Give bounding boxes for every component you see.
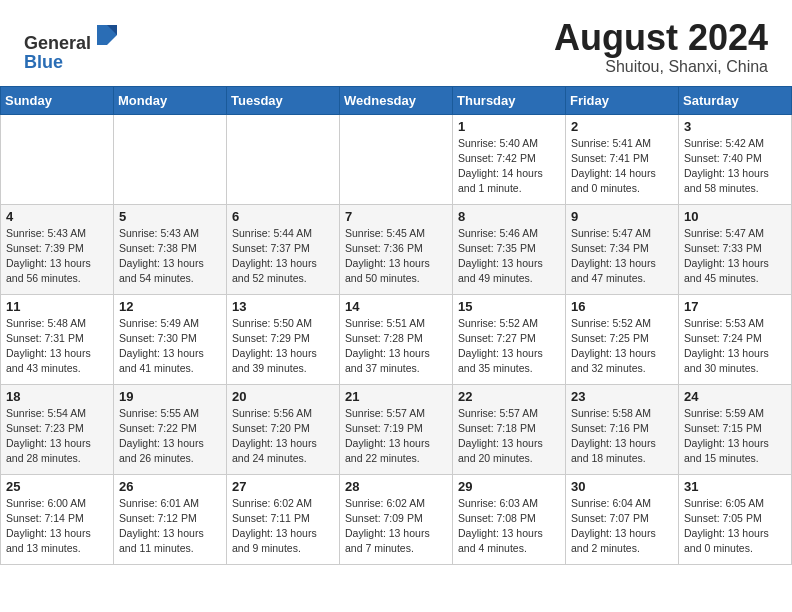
- calendar-week-row: 4Sunrise: 5:43 AM Sunset: 7:39 PM Daylig…: [1, 204, 792, 294]
- day-header-wednesday: Wednesday: [340, 86, 453, 114]
- calendar-cell: 30Sunrise: 6:04 AM Sunset: 7:07 PM Dayli…: [566, 474, 679, 564]
- day-number: 29: [458, 479, 560, 494]
- calendar: SundayMondayTuesdayWednesdayThursdayFrid…: [0, 86, 792, 565]
- day-info: Sunrise: 6:05 AM Sunset: 7:05 PM Dayligh…: [684, 496, 786, 557]
- day-info: Sunrise: 5:52 AM Sunset: 7:27 PM Dayligh…: [458, 316, 560, 377]
- calendar-cell: 21Sunrise: 5:57 AM Sunset: 7:19 PM Dayli…: [340, 384, 453, 474]
- day-info: Sunrise: 5:51 AM Sunset: 7:28 PM Dayligh…: [345, 316, 447, 377]
- logo-blue: Blue: [24, 52, 63, 72]
- calendar-cell: 28Sunrise: 6:02 AM Sunset: 7:09 PM Dayli…: [340, 474, 453, 564]
- day-header-tuesday: Tuesday: [227, 86, 340, 114]
- calendar-cell: 25Sunrise: 6:00 AM Sunset: 7:14 PM Dayli…: [1, 474, 114, 564]
- day-info: Sunrise: 5:42 AM Sunset: 7:40 PM Dayligh…: [684, 136, 786, 197]
- day-number: 10: [684, 209, 786, 224]
- calendar-week-row: 18Sunrise: 5:54 AM Sunset: 7:23 PM Dayli…: [1, 384, 792, 474]
- day-info: Sunrise: 5:58 AM Sunset: 7:16 PM Dayligh…: [571, 406, 673, 467]
- day-number: 17: [684, 299, 786, 314]
- day-info: Sunrise: 5:48 AM Sunset: 7:31 PM Dayligh…: [6, 316, 108, 377]
- day-info: Sunrise: 5:43 AM Sunset: 7:39 PM Dayligh…: [6, 226, 108, 287]
- calendar-cell: 5Sunrise: 5:43 AM Sunset: 7:38 PM Daylig…: [114, 204, 227, 294]
- calendar-cell: 26Sunrise: 6:01 AM Sunset: 7:12 PM Dayli…: [114, 474, 227, 564]
- day-number: 19: [119, 389, 221, 404]
- day-number: 31: [684, 479, 786, 494]
- day-header-sunday: Sunday: [1, 86, 114, 114]
- day-number: 16: [571, 299, 673, 314]
- calendar-cell: [340, 114, 453, 204]
- day-number: 7: [345, 209, 447, 224]
- day-info: Sunrise: 5:47 AM Sunset: 7:34 PM Dayligh…: [571, 226, 673, 287]
- day-info: Sunrise: 5:56 AM Sunset: 7:20 PM Dayligh…: [232, 406, 334, 467]
- day-number: 28: [345, 479, 447, 494]
- day-header-friday: Friday: [566, 86, 679, 114]
- day-info: Sunrise: 6:01 AM Sunset: 7:12 PM Dayligh…: [119, 496, 221, 557]
- day-number: 26: [119, 479, 221, 494]
- day-number: 20: [232, 389, 334, 404]
- calendar-week-row: 1Sunrise: 5:40 AM Sunset: 7:42 PM Daylig…: [1, 114, 792, 204]
- calendar-cell: 12Sunrise: 5:49 AM Sunset: 7:30 PM Dayli…: [114, 294, 227, 384]
- calendar-cell: 27Sunrise: 6:02 AM Sunset: 7:11 PM Dayli…: [227, 474, 340, 564]
- calendar-cell: 19Sunrise: 5:55 AM Sunset: 7:22 PM Dayli…: [114, 384, 227, 474]
- day-info: Sunrise: 5:43 AM Sunset: 7:38 PM Dayligh…: [119, 226, 221, 287]
- calendar-cell: 17Sunrise: 5:53 AM Sunset: 7:24 PM Dayli…: [679, 294, 792, 384]
- day-number: 21: [345, 389, 447, 404]
- logo-general: General: [24, 33, 91, 53]
- day-number: 24: [684, 389, 786, 404]
- day-info: Sunrise: 5:45 AM Sunset: 7:36 PM Dayligh…: [345, 226, 447, 287]
- calendar-cell: 16Sunrise: 5:52 AM Sunset: 7:25 PM Dayli…: [566, 294, 679, 384]
- day-info: Sunrise: 5:40 AM Sunset: 7:42 PM Dayligh…: [458, 136, 560, 197]
- calendar-cell: 18Sunrise: 5:54 AM Sunset: 7:23 PM Dayli…: [1, 384, 114, 474]
- day-info: Sunrise: 5:55 AM Sunset: 7:22 PM Dayligh…: [119, 406, 221, 467]
- calendar-cell: 13Sunrise: 5:50 AM Sunset: 7:29 PM Dayli…: [227, 294, 340, 384]
- calendar-cell: 31Sunrise: 6:05 AM Sunset: 7:05 PM Dayli…: [679, 474, 792, 564]
- calendar-cell: 9Sunrise: 5:47 AM Sunset: 7:34 PM Daylig…: [566, 204, 679, 294]
- day-info: Sunrise: 5:59 AM Sunset: 7:15 PM Dayligh…: [684, 406, 786, 467]
- calendar-cell: [1, 114, 114, 204]
- month-year: August 2024: [554, 18, 768, 58]
- day-number: 4: [6, 209, 108, 224]
- day-number: 1: [458, 119, 560, 134]
- logo-text: General Blue: [24, 21, 121, 74]
- day-info: Sunrise: 5:57 AM Sunset: 7:18 PM Dayligh…: [458, 406, 560, 467]
- day-header-thursday: Thursday: [453, 86, 566, 114]
- day-info: Sunrise: 5:49 AM Sunset: 7:30 PM Dayligh…: [119, 316, 221, 377]
- day-info: Sunrise: 5:46 AM Sunset: 7:35 PM Dayligh…: [458, 226, 560, 287]
- logo: General Blue: [24, 21, 121, 74]
- calendar-cell: 15Sunrise: 5:52 AM Sunset: 7:27 PM Dayli…: [453, 294, 566, 384]
- calendar-week-row: 25Sunrise: 6:00 AM Sunset: 7:14 PM Dayli…: [1, 474, 792, 564]
- calendar-cell: 29Sunrise: 6:03 AM Sunset: 7:08 PM Dayli…: [453, 474, 566, 564]
- header: General Blue August 2024 Shuitou, Shanxi…: [0, 0, 792, 86]
- day-info: Sunrise: 6:00 AM Sunset: 7:14 PM Dayligh…: [6, 496, 108, 557]
- day-number: 25: [6, 479, 108, 494]
- day-info: Sunrise: 5:52 AM Sunset: 7:25 PM Dayligh…: [571, 316, 673, 377]
- calendar-week-row: 11Sunrise: 5:48 AM Sunset: 7:31 PM Dayli…: [1, 294, 792, 384]
- day-number: 14: [345, 299, 447, 314]
- calendar-cell: 7Sunrise: 5:45 AM Sunset: 7:36 PM Daylig…: [340, 204, 453, 294]
- calendar-cell: 10Sunrise: 5:47 AM Sunset: 7:33 PM Dayli…: [679, 204, 792, 294]
- calendar-cell: 3Sunrise: 5:42 AM Sunset: 7:40 PM Daylig…: [679, 114, 792, 204]
- day-number: 8: [458, 209, 560, 224]
- calendar-cell: 8Sunrise: 5:46 AM Sunset: 7:35 PM Daylig…: [453, 204, 566, 294]
- calendar-cell: 24Sunrise: 5:59 AM Sunset: 7:15 PM Dayli…: [679, 384, 792, 474]
- day-number: 5: [119, 209, 221, 224]
- day-info: Sunrise: 6:04 AM Sunset: 7:07 PM Dayligh…: [571, 496, 673, 557]
- day-number: 15: [458, 299, 560, 314]
- calendar-cell: 11Sunrise: 5:48 AM Sunset: 7:31 PM Dayli…: [1, 294, 114, 384]
- day-info: Sunrise: 6:02 AM Sunset: 7:11 PM Dayligh…: [232, 496, 334, 557]
- day-number: 11: [6, 299, 108, 314]
- day-number: 12: [119, 299, 221, 314]
- day-number: 30: [571, 479, 673, 494]
- calendar-header-row: SundayMondayTuesdayWednesdayThursdayFrid…: [1, 86, 792, 114]
- calendar-cell: 20Sunrise: 5:56 AM Sunset: 7:20 PM Dayli…: [227, 384, 340, 474]
- day-header-saturday: Saturday: [679, 86, 792, 114]
- day-number: 3: [684, 119, 786, 134]
- title-block: August 2024 Shuitou, Shanxi, China: [554, 18, 768, 76]
- calendar-cell: [227, 114, 340, 204]
- calendar-cell: 1Sunrise: 5:40 AM Sunset: 7:42 PM Daylig…: [453, 114, 566, 204]
- day-info: Sunrise: 5:53 AM Sunset: 7:24 PM Dayligh…: [684, 316, 786, 377]
- day-number: 6: [232, 209, 334, 224]
- day-number: 23: [571, 389, 673, 404]
- day-number: 13: [232, 299, 334, 314]
- calendar-cell: 22Sunrise: 5:57 AM Sunset: 7:18 PM Dayli…: [453, 384, 566, 474]
- calendar-cell: 14Sunrise: 5:51 AM Sunset: 7:28 PM Dayli…: [340, 294, 453, 384]
- day-info: Sunrise: 5:44 AM Sunset: 7:37 PM Dayligh…: [232, 226, 334, 287]
